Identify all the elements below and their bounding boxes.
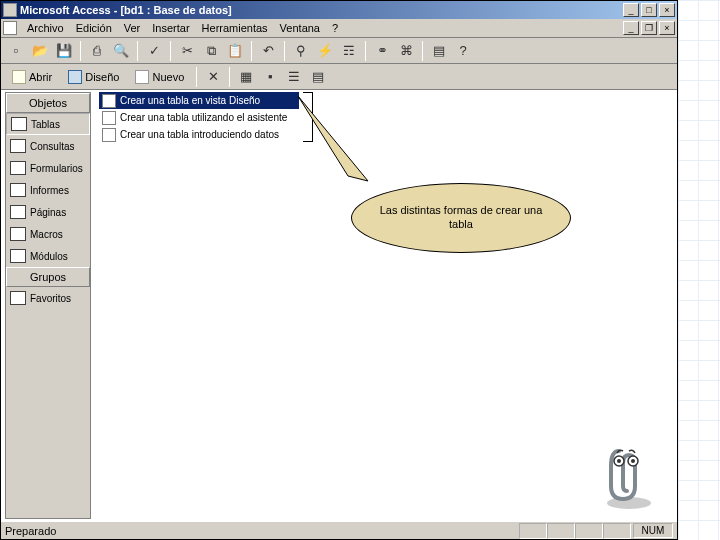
design-icon — [68, 70, 82, 84]
form-icon — [10, 161, 26, 175]
window-icon[interactable]: ▤ — [428, 40, 450, 62]
toolbar-separator — [170, 41, 171, 61]
paste-icon[interactable]: 📋 — [224, 40, 246, 62]
new-button[interactable]: Nuevo — [128, 66, 191, 88]
preview-icon[interactable]: 🔍 — [110, 40, 132, 62]
save-icon[interactable]: 💾 — [53, 40, 75, 62]
wizard-icon — [102, 128, 116, 142]
app-window: Microsoft Access - [bd1 : Base de datos]… — [0, 0, 678, 540]
props-icon[interactable]: ☶ — [338, 40, 360, 62]
menu-herramientas[interactable]: Herramientas — [196, 20, 274, 36]
child-close-button[interactable]: × — [659, 21, 675, 35]
wizard-icon — [102, 94, 116, 108]
document-icon — [3, 21, 17, 35]
print-icon[interactable]: ⎙ — [86, 40, 108, 62]
toolbar-separator — [284, 41, 285, 61]
analyze-icon[interactable]: ⚡ — [314, 40, 336, 62]
svg-marker-0 — [298, 96, 368, 181]
child-window-controls: _ ❐ × — [623, 21, 675, 35]
new-label: Nuevo — [152, 71, 184, 83]
objects-panel: Objetos Tablas Consultas Formularios Inf… — [5, 92, 91, 519]
large-icons-icon[interactable]: ▦ — [235, 66, 257, 88]
callout-text: Las distintas formas de crear una tabla — [370, 204, 552, 232]
sidebar-item-label: Páginas — [30, 207, 66, 218]
new-icon — [135, 70, 149, 84]
child-minimize-button[interactable]: _ — [623, 21, 639, 35]
toolbar-separator — [196, 67, 197, 87]
menu-archivo[interactable]: Archivo — [21, 20, 70, 36]
create-option-label: Crear una tabla utilizando el asistente — [120, 112, 287, 123]
undo-icon[interactable]: ↶ — [257, 40, 279, 62]
menu-ver[interactable]: Ver — [118, 20, 147, 36]
macro-icon — [10, 227, 26, 241]
menu-ventana[interactable]: Ventana — [274, 20, 326, 36]
status-cell — [575, 523, 603, 539]
menubar: Archivo Edición Ver Insertar Herramienta… — [1, 19, 677, 38]
sidebar-item-macros[interactable]: Macros — [6, 223, 90, 245]
sidebar-item-label: Favoritos — [30, 293, 71, 304]
close-button[interactable]: × — [659, 3, 675, 17]
design-button[interactable]: Diseño — [61, 66, 126, 88]
database-toolbar: Abrir Diseño Nuevo ✕ ▦ ▪ ☰ ▤ — [1, 64, 677, 90]
relations-icon[interactable]: ⚭ — [371, 40, 393, 62]
small-icons-icon[interactable]: ▪ — [259, 66, 281, 88]
create-table-wizard[interactable]: Crear una tabla utilizando el asistente — [99, 109, 299, 126]
callout-tail — [293, 91, 383, 201]
sidebar-item-formularios[interactable]: Formularios — [6, 157, 90, 179]
status-text: Preparado — [5, 525, 519, 537]
child-restore-button[interactable]: ❐ — [641, 21, 657, 35]
minimize-button[interactable]: _ — [623, 3, 639, 17]
callout: Las distintas formas de crear una tabla — [341, 163, 591, 283]
open-icon — [12, 70, 26, 84]
create-table-by-data[interactable]: Crear una tabla introduciendo datos — [99, 126, 299, 143]
menu-edicion[interactable]: Edición — [70, 20, 118, 36]
sidebar-item-informes[interactable]: Informes — [6, 179, 90, 201]
menu-help[interactable]: ? — [326, 20, 344, 36]
status-cell — [547, 523, 575, 539]
table-icon — [11, 117, 27, 131]
module-icon — [10, 249, 26, 263]
new-doc-icon[interactable]: ▫ — [5, 40, 27, 62]
create-option-label: Crear una tabla en vista Diseño — [120, 95, 260, 106]
page-grid-background — [678, 0, 720, 540]
toolbar-separator — [422, 41, 423, 61]
titlebar: Microsoft Access - [bd1 : Base de datos]… — [1, 1, 677, 19]
open-icon[interactable]: 📂 — [29, 40, 51, 62]
workspace: Objetos Tablas Consultas Formularios Inf… — [1, 90, 677, 521]
sidebar-item-modulos[interactable]: Módulos — [6, 245, 90, 267]
status-cell — [519, 523, 547, 539]
list-icon[interactable]: ☰ — [283, 66, 305, 88]
open-button[interactable]: Abrir — [5, 66, 59, 88]
delete-icon[interactable]: ✕ — [202, 66, 224, 88]
sidebar-item-label: Macros — [30, 229, 63, 240]
sidebar-item-label: Módulos — [30, 251, 68, 262]
toolbar-separator — [251, 41, 252, 61]
help-icon[interactable]: ? — [452, 40, 474, 62]
spell-icon[interactable]: ✓ — [143, 40, 165, 62]
database-window: Objetos Tablas Consultas Formularios Inf… — [1, 90, 677, 521]
groups-header[interactable]: Grupos — [6, 267, 90, 287]
status-cell — [603, 523, 631, 539]
design-label: Diseño — [85, 71, 119, 83]
sidebar-item-paginas[interactable]: Páginas — [6, 201, 90, 223]
cut-icon[interactable]: ✂ — [176, 40, 198, 62]
standard-toolbar: ▫ 📂 💾 ⎙ 🔍 ✓ ✂ ⧉ 📋 ↶ ⚲ ⚡ ☶ ⚭ ⌘ ▤ ? — [1, 38, 677, 64]
objects-header[interactable]: Objetos — [6, 93, 90, 113]
callout-bubble: Las distintas formas de crear una tabla — [351, 183, 571, 253]
sidebar-item-label: Consultas — [30, 141, 74, 152]
link-icon[interactable]: ⚲ — [290, 40, 312, 62]
sidebar-item-consultas[interactable]: Consultas — [6, 135, 90, 157]
maximize-button[interactable]: □ — [641, 3, 657, 17]
office-assistant-clippy[interactable] — [599, 441, 659, 511]
toolbar-separator — [365, 41, 366, 61]
create-table-design-view[interactable]: Crear una tabla en vista Diseño — [99, 92, 299, 109]
sidebar-item-favoritos[interactable]: Favoritos — [6, 287, 90, 309]
copy-icon[interactable]: ⧉ — [200, 40, 222, 62]
create-option-label: Crear una tabla introduciendo datos — [120, 129, 279, 140]
window-title: Microsoft Access - [bd1 : Base de datos] — [20, 4, 623, 16]
create-options-list: Crear una tabla en vista Diseño Crear un… — [99, 92, 299, 143]
details-icon[interactable]: ▤ — [307, 66, 329, 88]
menu-insertar[interactable]: Insertar — [146, 20, 195, 36]
sidebar-item-tablas[interactable]: Tablas — [6, 113, 90, 135]
code-icon[interactable]: ⌘ — [395, 40, 417, 62]
